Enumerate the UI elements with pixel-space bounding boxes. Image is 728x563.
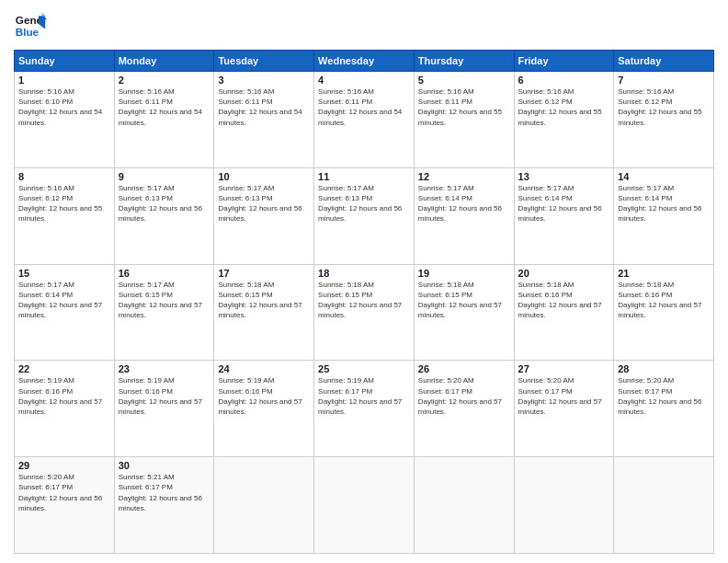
day-info: Sunrise: 5:16 AMSunset: 6:11 PMDaylight:… — [218, 87, 301, 127]
day-number: 11 — [318, 171, 410, 182]
day-info: Sunrise: 5:16 AMSunset: 6:11 PMDaylight:… — [318, 87, 402, 127]
calendar-day-cell: 13 Sunrise: 5:17 AMSunset: 6:14 PMDaylig… — [514, 167, 614, 264]
day-info: Sunrise: 5:20 AMSunset: 6:17 PMDaylight:… — [418, 376, 502, 416]
day-number: 27 — [518, 363, 610, 374]
calendar-page: General Blue SundayMondayTuesdayWednesda… — [0, 0, 728, 563]
calendar-day-cell — [414, 457, 514, 554]
calendar-day-cell: 30 Sunrise: 5:21 AMSunset: 6:17 PMDaylig… — [114, 457, 214, 554]
day-info: Sunrise: 5:21 AMSunset: 6:17 PMDaylight:… — [119, 473, 202, 512]
day-info: Sunrise: 5:17 AMSunset: 6:13 PMDaylight:… — [218, 184, 301, 224]
day-number: 13 — [518, 171, 610, 182]
calendar-day-cell: 29 Sunrise: 5:20 AMSunset: 6:17 PMDaylig… — [15, 457, 115, 554]
calendar-day-cell: 28 Sunrise: 5:20 AMSunset: 6:17 PMDaylig… — [614, 361, 714, 457]
calendar-day-cell: 11 Sunrise: 5:17 AMSunset: 6:13 PMDaylig… — [314, 167, 415, 264]
day-number: 8 — [18, 171, 110, 182]
day-number: 29 — [18, 460, 110, 471]
day-info: Sunrise: 5:17 AMSunset: 6:14 PMDaylight:… — [418, 184, 502, 224]
calendar-day-cell: 20 Sunrise: 5:18 AMSunset: 6:16 PMDaylig… — [514, 264, 614, 361]
day-info: Sunrise: 5:17 AMSunset: 6:14 PMDaylight:… — [518, 184, 602, 224]
calendar-day-cell: 2 Sunrise: 5:16 AMSunset: 6:11 PMDayligh… — [114, 72, 214, 168]
day-info: Sunrise: 5:18 AMSunset: 6:15 PMDaylight:… — [418, 281, 502, 320]
weekday-header-cell: Wednesday — [314, 51, 415, 72]
day-info: Sunrise: 5:19 AMSunset: 6:16 PMDaylight:… — [119, 376, 202, 416]
calendar-day-cell: 26 Sunrise: 5:20 AMSunset: 6:17 PMDaylig… — [414, 361, 514, 457]
calendar-week-row: 8 Sunrise: 5:16 AMSunset: 6:12 PMDayligh… — [15, 167, 714, 264]
day-number: 25 — [318, 363, 410, 374]
day-number: 22 — [18, 363, 110, 374]
day-number: 9 — [119, 171, 210, 182]
day-info: Sunrise: 5:17 AMSunset: 6:13 PMDaylight:… — [119, 184, 202, 224]
logo-icon: General Blue — [14, 9, 47, 42]
weekday-header-cell: Tuesday — [214, 51, 314, 72]
calendar-day-cell: 27 Sunrise: 5:20 AMSunset: 6:17 PMDaylig… — [514, 361, 614, 457]
day-info: Sunrise: 5:18 AMSunset: 6:15 PMDaylight:… — [318, 281, 402, 320]
day-info: Sunrise: 5:19 AMSunset: 6:17 PMDaylight:… — [318, 376, 402, 416]
calendar-day-cell: 22 Sunrise: 5:19 AMSunset: 6:16 PMDaylig… — [15, 361, 115, 457]
calendar-week-row: 29 Sunrise: 5:20 AMSunset: 6:17 PMDaylig… — [15, 457, 714, 554]
calendar-day-cell: 5 Sunrise: 5:16 AMSunset: 6:11 PMDayligh… — [414, 72, 514, 168]
calendar-table: SundayMondayTuesdayWednesdayThursdayFrid… — [14, 50, 714, 554]
day-number: 7 — [618, 75, 710, 86]
day-info: Sunrise: 5:16 AMSunset: 6:12 PMDaylight:… — [518, 87, 602, 127]
calendar-day-cell: 10 Sunrise: 5:17 AMSunset: 6:13 PMDaylig… — [214, 167, 314, 264]
day-number: 12 — [418, 171, 510, 182]
day-number: 5 — [418, 75, 510, 86]
calendar-day-cell — [214, 457, 314, 554]
calendar-day-cell — [314, 457, 415, 554]
calendar-day-cell: 1 Sunrise: 5:16 AMSunset: 6:10 PMDayligh… — [15, 72, 115, 168]
calendar-day-cell — [614, 457, 714, 554]
calendar-day-cell: 9 Sunrise: 5:17 AMSunset: 6:13 PMDayligh… — [114, 167, 214, 264]
calendar-day-cell: 4 Sunrise: 5:16 AMSunset: 6:11 PMDayligh… — [314, 72, 415, 168]
calendar-day-cell: 12 Sunrise: 5:17 AMSunset: 6:14 PMDaylig… — [414, 167, 514, 264]
day-number: 30 — [119, 460, 210, 471]
calendar-day-cell: 19 Sunrise: 5:18 AMSunset: 6:15 PMDaylig… — [414, 264, 514, 361]
day-number: 18 — [318, 268, 410, 279]
day-number: 26 — [418, 363, 510, 374]
weekday-header-cell: Monday — [114, 51, 214, 72]
weekday-header-cell: Saturday — [614, 51, 714, 72]
day-number: 2 — [119, 75, 210, 86]
day-number: 15 — [18, 268, 110, 279]
calendar-day-cell: 6 Sunrise: 5:16 AMSunset: 6:12 PMDayligh… — [514, 72, 614, 168]
calendar-day-cell: 15 Sunrise: 5:17 AMSunset: 6:14 PMDaylig… — [15, 264, 115, 361]
calendar-week-row: 22 Sunrise: 5:19 AMSunset: 6:16 PMDaylig… — [15, 361, 714, 457]
day-info: Sunrise: 5:17 AMSunset: 6:14 PMDaylight:… — [618, 184, 701, 224]
day-number: 14 — [618, 171, 710, 182]
day-number: 4 — [318, 75, 410, 86]
day-info: Sunrise: 5:20 AMSunset: 6:17 PMDaylight:… — [518, 376, 602, 416]
day-number: 19 — [418, 268, 510, 279]
day-number: 10 — [218, 171, 310, 182]
day-info: Sunrise: 5:18 AMSunset: 6:15 PMDaylight:… — [218, 281, 301, 320]
day-info: Sunrise: 5:16 AMSunset: 6:11 PMDaylight:… — [418, 87, 502, 127]
day-info: Sunrise: 5:16 AMSunset: 6:12 PMDaylight:… — [18, 184, 102, 224]
weekday-header-cell: Sunday — [15, 51, 115, 72]
day-info: Sunrise: 5:19 AMSunset: 6:16 PMDaylight:… — [18, 376, 102, 416]
calendar-day-cell: 8 Sunrise: 5:16 AMSunset: 6:12 PMDayligh… — [15, 167, 115, 264]
day-info: Sunrise: 5:18 AMSunset: 6:16 PMDaylight:… — [618, 281, 701, 320]
calendar-day-cell — [514, 457, 614, 554]
weekday-header-cell: Thursday — [414, 51, 514, 72]
calendar-body: 1 Sunrise: 5:16 AMSunset: 6:10 PMDayligh… — [15, 72, 714, 554]
calendar-day-cell: 25 Sunrise: 5:19 AMSunset: 6:17 PMDaylig… — [314, 361, 415, 457]
calendar-day-cell: 21 Sunrise: 5:18 AMSunset: 6:16 PMDaylig… — [614, 264, 714, 361]
day-number: 3 — [218, 75, 310, 86]
day-number: 20 — [518, 268, 610, 279]
day-info: Sunrise: 5:16 AMSunset: 6:11 PMDaylight:… — [119, 87, 202, 127]
calendar-week-row: 15 Sunrise: 5:17 AMSunset: 6:14 PMDaylig… — [15, 264, 714, 361]
weekday-header-row: SundayMondayTuesdayWednesdayThursdayFrid… — [15, 51, 714, 72]
calendar-day-cell: 14 Sunrise: 5:17 AMSunset: 6:14 PMDaylig… — [614, 167, 714, 264]
day-info: Sunrise: 5:20 AMSunset: 6:17 PMDaylight:… — [618, 376, 701, 416]
day-info: Sunrise: 5:17 AMSunset: 6:13 PMDaylight:… — [318, 184, 402, 224]
day-number: 24 — [218, 363, 310, 374]
calendar-day-cell: 23 Sunrise: 5:19 AMSunset: 6:16 PMDaylig… — [114, 361, 214, 457]
day-number: 6 — [518, 75, 610, 86]
day-info: Sunrise: 5:17 AMSunset: 6:15 PMDaylight:… — [119, 281, 202, 320]
day-info: Sunrise: 5:16 AMSunset: 6:12 PMDaylight:… — [618, 87, 701, 127]
logo: General Blue — [14, 9, 47, 42]
day-number: 1 — [18, 75, 110, 86]
weekday-header-cell: Friday — [514, 51, 614, 72]
day-info: Sunrise: 5:20 AMSunset: 6:17 PMDaylight:… — [18, 473, 102, 512]
svg-marker-2 — [39, 16, 45, 29]
header: General Blue — [14, 9, 714, 42]
calendar-day-cell: 24 Sunrise: 5:19 AMSunset: 6:16 PMDaylig… — [214, 361, 314, 457]
